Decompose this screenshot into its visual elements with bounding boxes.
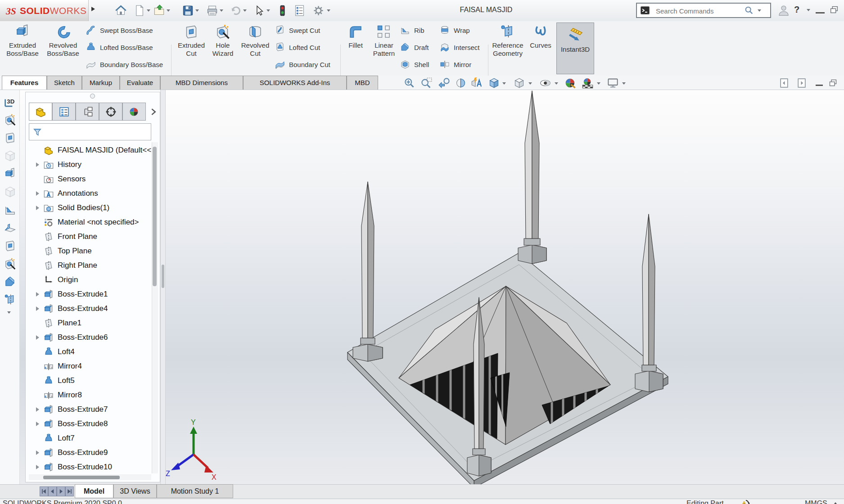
- tab-markup[interactable]: Markup: [82, 76, 120, 90]
- expand-arrow-icon[interactable]: [36, 465, 41, 469]
- collapse-pane-left-icon[interactable]: [779, 77, 790, 89]
- tree-item-boss-extrude9[interactable]: Boss-Extrude9: [27, 446, 152, 460]
- panel-splitter-handle[interactable]: [162, 265, 164, 288]
- new-document-dropdown[interactable]: [147, 9, 150, 14]
- undo-dropdown[interactable]: [243, 9, 247, 14]
- expand-arrow-icon[interactable]: [36, 292, 41, 297]
- panel-tab-configuration-manager[interactable]: [76, 103, 99, 121]
- reference-geometry-button[interactable]: Reference Geometry: [490, 24, 526, 58]
- tab-scroll-first-button[interactable]: [40, 486, 48, 496]
- boundary-boss-base-button[interactable]: Boundary Boss/Base: [86, 59, 163, 70]
- search-scope-icon[interactable]: [640, 5, 650, 16]
- hide-show-dropdown[interactable]: [555, 82, 558, 86]
- shortcut-reference-plane-icon[interactable]: [4, 293, 17, 306]
- rebuild-traffic-light-button[interactable]: [276, 4, 289, 17]
- tab-scroll-next-button[interactable]: [57, 486, 65, 496]
- save-button[interactable]: [182, 4, 194, 17]
- draft-button[interactable]: Draft: [400, 42, 429, 53]
- apply-scene-dropdown[interactable]: [597, 82, 600, 86]
- revolved-boss-base-button[interactable]: Revolved Boss/Base: [43, 24, 83, 58]
- options-gear-button[interactable]: [312, 4, 325, 17]
- wrap-button[interactable]: Wrap: [439, 25, 470, 36]
- curves-button[interactable]: Curves: [528, 24, 554, 50]
- tree-item-boss-extrude7[interactable]: Boss-Extrude7: [27, 402, 152, 417]
- panel-resize-handle[interactable]: [90, 94, 95, 99]
- zoom-to-fit-icon[interactable]: [403, 77, 415, 89]
- tree-item-plane1[interactable]: Plane1: [27, 316, 152, 330]
- collapse-pane-right-icon[interactable]: [796, 77, 807, 89]
- shortcut-sheet-metal-icon[interactable]: [4, 221, 17, 234]
- tree-item-right-plane[interactable]: Right Plane: [27, 258, 152, 273]
- swept-cut-button[interactable]: Swept Cut: [275, 25, 320, 36]
- tab-3d-views[interactable]: 3D Views: [113, 484, 157, 498]
- revolved-cut-button[interactable]: Revolved Cut: [239, 24, 271, 58]
- select-cursor-button[interactable]: [253, 4, 265, 17]
- tab-scroll-last-button[interactable]: [65, 486, 74, 496]
- shortcut-hole-wizard-icon[interactable]: [4, 257, 17, 270]
- view-settings-icon[interactable]: [607, 77, 619, 89]
- print-dropdown[interactable]: [220, 9, 223, 14]
- tab-solidworks-addins[interactable]: SOLIDWORKS Add-Ins: [243, 76, 347, 90]
- tree-root-part[interactable]: FAISAL MASJID (Default<<D: [27, 143, 152, 158]
- lofted-cut-button[interactable]: Lofted Cut: [275, 42, 320, 53]
- fillet-button[interactable]: Fillet: [344, 24, 367, 50]
- help-button[interactable]: ?: [794, 4, 799, 15]
- apply-scene-icon[interactable]: [582, 77, 594, 89]
- tree-item-loft5[interactable]: Loft5: [27, 374, 152, 388]
- file-properties-button[interactable]: [293, 4, 306, 17]
- view-settings-dropdown[interactable]: [622, 82, 626, 86]
- toolbar-expand-arrow[interactable]: [91, 7, 97, 11]
- tab-model[interactable]: Model: [75, 484, 113, 498]
- lofted-boss-base-button[interactable]: Lofted Boss/Base: [86, 42, 153, 53]
- display-style-icon[interactable]: [513, 77, 525, 89]
- tree-item-boss-extrude8[interactable]: Boss-Extrude8: [27, 417, 152, 431]
- help-dropdown[interactable]: [807, 9, 810, 13]
- rib-button[interactable]: Rib: [400, 25, 424, 36]
- model-faisal-masjid[interactable]: Y Z X: [165, 90, 844, 484]
- tree-item-boss-extrude1[interactable]: Boss-Extrude1: [27, 287, 152, 302]
- tree-item-mirror4[interactable]: Mirror4: [27, 359, 152, 374]
- document-minimize-button[interactable]: [816, 85, 823, 86]
- tab-mbd[interactable]: MBD: [347, 76, 378, 90]
- shortcut-bar-dropdown[interactable]: [7, 311, 11, 315]
- minimize-button[interactable]: [816, 12, 825, 14]
- units-dropdown-arrow[interactable]: [834, 500, 837, 504]
- open-dropdown[interactable]: [167, 9, 170, 14]
- linear-pattern-button[interactable]: Linear Pattern: [370, 24, 398, 58]
- tree-item-material[interactable]: Material <not specified>: [27, 215, 152, 230]
- display-style-dropdown[interactable]: [528, 82, 532, 86]
- intersect-button[interactable]: Intersect: [439, 42, 480, 53]
- shortcut-extruded-cut-icon[interactable]: [4, 131, 17, 144]
- user-login-icon[interactable]: [777, 4, 790, 17]
- tree-item-boss-extrude4[interactable]: Boss-Extrude4: [27, 302, 152, 316]
- expand-arrow-icon[interactable]: [36, 450, 41, 455]
- tree-item-mirror8[interactable]: Mirror8: [27, 388, 152, 402]
- restore-window-button[interactable]: [829, 5, 839, 15]
- tree-item-top-plane[interactable]: Top Plane: [27, 244, 152, 258]
- tree-horizontal-scrollbar-thumb[interactable]: [43, 476, 120, 479]
- shortcut-cut-icon[interactable]: [4, 239, 17, 252]
- tab-features[interactable]: Features: [2, 76, 47, 90]
- edit-appearance-icon[interactable]: [564, 77, 577, 89]
- tree-item-boss-extrude6[interactable]: Boss-Extrude6: [27, 330, 152, 345]
- save-dropdown[interactable]: [195, 9, 199, 14]
- expand-arrow-icon[interactable]: [36, 335, 41, 340]
- view-orientation-icon[interactable]: [488, 77, 500, 89]
- document-restore-button[interactable]: [828, 78, 838, 88]
- tree-item-origin[interactable]: Origin: [27, 273, 152, 287]
- options-dropdown[interactable]: [327, 9, 330, 14]
- shortcut-rib-icon[interactable]: [4, 203, 17, 216]
- instant3d-button-active[interactable]: Instant3D: [556, 22, 594, 74]
- extruded-boss-base-button[interactable]: Extruded Boss/Base: [3, 24, 42, 58]
- tree-item-solid-bodies[interactable]: Solid Bodies(1): [27, 201, 152, 215]
- shortcut-sketch-wizard-icon[interactable]: [4, 113, 17, 126]
- tree-item-annotations[interactable]: Annotations: [27, 186, 152, 201]
- expand-arrow-icon[interactable]: [36, 407, 41, 412]
- tree-item-boss-extrude10[interactable]: Boss-Extrude10: [27, 460, 152, 474]
- extruded-cut-button[interactable]: Extruded Cut: [176, 24, 206, 58]
- tab-evaluate[interactable]: Evaluate: [120, 76, 160, 90]
- status-units-text[interactable]: MMGS: [805, 500, 827, 504]
- view-orientation-dropdown[interactable]: [502, 82, 506, 86]
- tree-filter-box[interactable]: [29, 123, 151, 140]
- previous-view-icon[interactable]: [438, 77, 451, 89]
